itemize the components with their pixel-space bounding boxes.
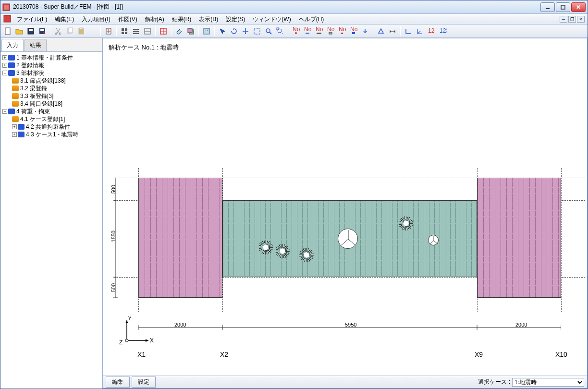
- coord-axes: Y X Z: [117, 316, 156, 352]
- mesh-column-right: [477, 178, 561, 298]
- dim-label: 1850: [110, 231, 116, 242]
- redraw-icon[interactable]: [201, 26, 212, 36]
- dim-icon[interactable]: [387, 26, 398, 36]
- rotate-icon[interactable]: [229, 26, 239, 36]
- tree-item[interactable]: −4 荷重・拘束: [1, 108, 101, 115]
- menu-window[interactable]: ウィンドウ(W): [249, 14, 294, 24]
- zoomwin-icon[interactable]: [252, 26, 262, 36]
- saveas-icon[interactable]: [37, 26, 48, 36]
- tab-result[interactable]: 結果: [24, 39, 47, 51]
- no4-icon[interactable]: No.: [325, 26, 336, 36]
- no5-icon[interactable]: No.: [337, 26, 347, 36]
- svg-point-11: [59, 33, 61, 35]
- delete-icon[interactable]: [87, 26, 98, 36]
- red-grid-icon[interactable]: [158, 26, 169, 36]
- viewport[interactable]: 解析ケース No.1 : 地震時: [103, 38, 587, 376]
- svg-text:No.: No.: [327, 27, 334, 33]
- arrow-down-icon[interactable]: [360, 26, 370, 36]
- menu-edit[interactable]: 編集(E): [51, 14, 78, 24]
- fem-model: 2000 5950 2000 500 1850 500 X: [114, 91, 576, 303]
- menu-analysis[interactable]: 解析(A): [141, 14, 168, 24]
- tree-label: 3 部材形状: [16, 69, 44, 77]
- pan-icon[interactable]: [240, 26, 251, 36]
- tree-item[interactable]: 4.1 ケース登録[1]: [1, 115, 101, 123]
- tree-item[interactable]: +1 基本情報・計算条件: [1, 54, 101, 61]
- cut-icon[interactable]: [53, 26, 63, 36]
- zoomfit-icon[interactable]: [275, 26, 285, 36]
- layers-icon[interactable]: [185, 26, 196, 36]
- svg-point-38: [295, 32, 297, 34]
- maximize-button[interactable]: [556, 2, 570, 12]
- menu-view[interactable]: 表示(B): [195, 14, 222, 24]
- tree-item[interactable]: 3.1 節点登録[138]: [1, 77, 101, 85]
- tree-label: 3.1 節点登録[138]: [20, 77, 66, 85]
- calc-icon[interactable]: [103, 26, 114, 36]
- svg-point-33: [266, 29, 270, 33]
- viewport-title: 解析ケース No.1 : 地震時: [109, 43, 179, 52]
- case-dropdown[interactable]: 1:地震時: [512, 378, 584, 387]
- axis-label: X10: [555, 351, 567, 358]
- tree-view[interactable]: +1 基本情報・計算条件 +2 登録情報 −3 部材形状 3.1 節点登録[13…: [0, 52, 102, 389]
- svg-rect-17: [122, 28, 124, 31]
- open-icon[interactable]: [14, 26, 24, 36]
- svg-line-34: [270, 32, 271, 34]
- svg-text:123: 123: [440, 27, 447, 34]
- menu-settings[interactable]: 設定(S): [222, 14, 249, 24]
- toolbar: No. No. No. No. No. No. 123 123: [0, 24, 588, 38]
- tree-item[interactable]: +2 登録情報: [1, 61, 101, 69]
- grid3-icon[interactable]: [142, 26, 153, 36]
- svg-rect-13: [69, 28, 73, 33]
- case-label: 選択ケース :: [478, 378, 510, 386]
- app-icon: [2, 3, 10, 11]
- tree-item[interactable]: +4.3 ケース1 - 地震時: [1, 131, 101, 138]
- menu-help[interactable]: ヘルプ(H): [295, 14, 328, 24]
- menu-result[interactable]: 結果(R): [168, 14, 196, 24]
- no3-icon[interactable]: No.: [314, 26, 324, 36]
- select-icon[interactable]: [217, 26, 228, 36]
- svg-rect-4: [4, 15, 11, 22]
- edit-button[interactable]: 編集: [106, 377, 130, 388]
- settings-button[interactable]: 設定: [132, 377, 156, 388]
- svg-rect-32: [254, 28, 260, 34]
- axis3d-icon[interactable]: [415, 26, 425, 36]
- no2-icon[interactable]: No.: [302, 26, 313, 36]
- svg-point-65: [125, 339, 128, 342]
- grid1-icon[interactable]: [119, 26, 130, 36]
- paste-icon[interactable]: [76, 26, 86, 36]
- svg-text:Z: Z: [119, 339, 122, 346]
- svg-text:No.: No.: [350, 27, 357, 33]
- no6-icon[interactable]: No.: [348, 26, 359, 36]
- tree-item[interactable]: +4.2 共通拘束条件: [1, 123, 101, 131]
- tab-input[interactable]: 入力: [1, 39, 24, 51]
- tree-item[interactable]: 3.4 開口登録[18]: [1, 100, 101, 108]
- tree-item[interactable]: −3 部材形状: [1, 69, 101, 77]
- close-button[interactable]: ✕: [571, 2, 586, 12]
- support-icon[interactable]: [376, 26, 386, 36]
- grid2-icon[interactable]: [131, 26, 141, 36]
- num123b-icon[interactable]: 123: [438, 26, 448, 36]
- mdi-restore[interactable]: ❐: [568, 16, 576, 23]
- tree-item[interactable]: 3.2 梁登録: [1, 85, 101, 92]
- axis2d-icon[interactable]: [403, 26, 414, 36]
- menu-file[interactable]: ファイル(F): [13, 14, 51, 24]
- save-icon[interactable]: [25, 26, 36, 36]
- num123-icon[interactable]: 123: [426, 26, 437, 36]
- no1-icon[interactable]: No.: [291, 26, 301, 36]
- new-icon[interactable]: [2, 26, 13, 36]
- eraser-icon[interactable]: [174, 26, 184, 36]
- svg-rect-19: [122, 32, 124, 34]
- svg-rect-47: [352, 32, 355, 34]
- zoom-icon[interactable]: [263, 26, 274, 36]
- menu-input[interactable]: 入力項目(I): [78, 14, 114, 24]
- minimize-button[interactable]: [540, 2, 555, 12]
- mdi-close[interactable]: ✕: [577, 16, 585, 23]
- dim-label: 500: [110, 185, 116, 194]
- axis-label: X1: [137, 351, 146, 358]
- copy-icon[interactable]: [64, 26, 75, 36]
- app-window: 20130708 - Super Build／FEM - [作図 - [1]] …: [0, 0, 588, 389]
- mdi-minimize[interactable]: ─: [560, 16, 567, 23]
- menu-draw[interactable]: 作図(V): [114, 14, 141, 24]
- svg-point-35: [278, 29, 282, 33]
- svg-rect-15: [80, 28, 83, 29]
- tree-item[interactable]: 3.3 板登録[3]: [1, 92, 101, 100]
